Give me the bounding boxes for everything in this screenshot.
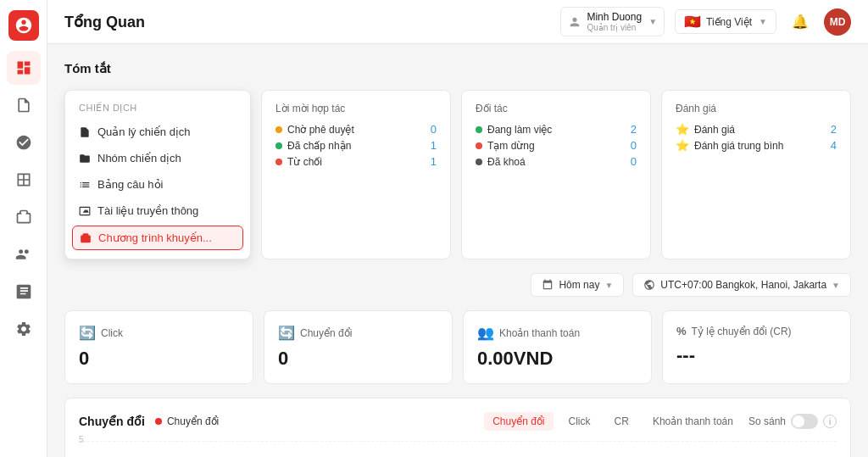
info-icon[interactable]: i	[823, 415, 837, 428]
dropdown-item-label-2: Nhóm chiến dịch	[97, 152, 181, 164]
metric-tt-header: 👥 Khoản thanh toán	[477, 325, 637, 341]
user-menu[interactable]: Minh Duong Quản trị viên ▼	[560, 7, 665, 36]
dot-black-dt	[476, 159, 482, 165]
doi-tac-row-2: Đã khoá 0	[476, 155, 637, 168]
legend-label: Chuyển đổi	[167, 415, 219, 427]
danh-gia-title: Đánh giá	[676, 103, 837, 114]
dropdown-item-label-3: Bảng câu hỏi	[97, 178, 163, 191]
dropdown-item-nhom[interactable]: Nhóm chiến dịch	[65, 145, 250, 171]
sidebar-item-dashboard[interactable]	[7, 51, 41, 85]
metric-cr-header: % Tỷ lệ chuyển đổi (CR)	[676, 325, 837, 337]
notification-bell[interactable]: 🔔	[787, 8, 814, 36]
metric-cd-title: Chuyển đổi	[300, 327, 352, 339]
loi-moi-row-0: Chờ phê duyệt 0	[275, 123, 437, 136]
campaign-dropdown: Chiến dịch Quản lý chiến dịch Nhóm chiến…	[64, 90, 251, 259]
chart-tab-0[interactable]: Chuyển đổi	[484, 412, 553, 431]
metric-click-header: 🔄 Click	[79, 325, 239, 341]
star-icon-0: ⭐	[676, 123, 689, 136]
date-chevron: ▼	[604, 281, 613, 290]
sidebar-item-table[interactable]	[7, 163, 41, 197]
settings-icon	[15, 320, 32, 337]
chart-section: Chuyển đổi Chuyển đổi Chuyển đổi Click C…	[64, 398, 851, 457]
header-right: Minh Duong Quản trị viên ▼ 🇻🇳 Tiếng Việt…	[560, 7, 851, 36]
doi-tac-val-0: 2	[631, 123, 637, 136]
doi-tac-row-0: Đang làm việc 2	[476, 123, 637, 136]
page-title: Tổng Quan	[64, 13, 145, 31]
metric-click-title: Click	[101, 327, 123, 339]
danh-gia-rows: ⭐ Đánh giá 2 ⭐ Đánh giá trung bình 4	[676, 123, 837, 152]
metric-tt-title: Khoản thanh toán	[499, 327, 580, 339]
main-content: Tổng Quan Minh Duong Quản trị viên ▼ 🇻🇳 …	[47, 0, 868, 457]
dropdown-header: Chiến dịch	[65, 98, 250, 119]
sidebar-item-file[interactable]	[7, 275, 41, 309]
chart-grid: 5 4 3	[79, 441, 837, 457]
star-icon-1: ⭐	[676, 139, 689, 152]
loi-moi-row-1: Đã chấp nhận 1	[275, 139, 437, 152]
danh-gia-row-1: ⭐ Đánh giá trung bình 4	[676, 139, 837, 152]
loi-moi-card: Lời mời hợp tác Chờ phê duyệt 0 Đã chấp …	[261, 90, 451, 259]
chart-controls: Chuyển đổi Click CR Khoản thanh toán So …	[484, 412, 837, 431]
dropdown-item-chuong-trinh[interactable]: Chương trình khuyến...	[72, 226, 243, 250]
loi-moi-row-2: Từ chối 1	[275, 155, 437, 168]
chart-tab-3[interactable]: Khoản thanh toán	[644, 412, 742, 431]
metric-click-value: 0	[79, 348, 239, 370]
timezone-filter[interactable]: UTC+07:00 Bangkok, Hanoi, Jakarta ▼	[632, 273, 851, 297]
loi-moi-val-1: 1	[431, 139, 437, 152]
danh-gia-val-1: 4	[831, 139, 837, 152]
metric-cd-header: 🔄 Chuyển đổi	[278, 325, 438, 341]
tt-icon: 👥	[477, 325, 494, 341]
date-filter[interactable]: Hôm nay ▼	[531, 273, 624, 297]
date-filter-label: Hôm nay	[559, 279, 599, 291]
metric-chuyen-doi: 🔄 Chuyển đổi 0	[264, 310, 453, 384]
sidebar-item-users[interactable]	[7, 237, 41, 271]
metric-cr-title: Tỷ lệ chuyển đổi (CR)	[692, 326, 792, 337]
metric-cr-value: ---	[676, 344, 837, 366]
dropdown-item-tai-lieu[interactable]: Tài liệu truyền thông	[65, 198, 250, 224]
grid-line-5: 5	[79, 441, 837, 442]
loi-moi-label-2: Từ chối	[287, 156, 322, 168]
briefcase-icon	[15, 209, 32, 226]
chart-tab-1[interactable]: Click	[560, 412, 599, 431]
sidebar-item-document[interactable]	[7, 88, 41, 122]
folder-icon	[79, 153, 91, 164]
sidebar-item-settings[interactable]	[7, 312, 41, 346]
legend-dot	[155, 418, 162, 425]
filter-row: Hôm nay ▼ UTC+07:00 Bangkok, Hanoi, Jaka…	[64, 273, 851, 297]
dropdown-item-label-4: Tài liệu truyền thông	[97, 204, 198, 217]
loi-moi-rows: Chờ phê duyệt 0 Đã chấp nhận 1	[275, 123, 437, 168]
compare-toggle: So sánh i	[748, 414, 837, 429]
danh-gia-card: Đánh giá ⭐ Đánh giá 2 ⭐ Đánh giá trung b…	[661, 90, 851, 259]
doi-tac-row-1: Tạm dừng 0	[476, 139, 637, 152]
file-icon	[15, 283, 32, 300]
list-icon	[79, 179, 91, 191]
file-menu-icon	[79, 126, 91, 138]
globe-icon	[643, 279, 655, 291]
analytics-icon	[15, 134, 32, 151]
user-avatar-icon	[568, 15, 581, 29]
tz-chevron: ▼	[832, 281, 840, 290]
table-icon	[15, 171, 32, 188]
dot-orange-0	[275, 126, 282, 133]
dot-red-2	[275, 159, 282, 165]
metric-cr: % Tỷ lệ chuyển đổi (CR) ---	[662, 310, 851, 384]
sidebar	[0, 0, 47, 457]
danh-gia-row-0: ⭐ Đánh giá 2	[676, 123, 837, 136]
language-button[interactable]: 🇻🇳 Tiếng Việt ▼	[675, 9, 776, 34]
compare-switch[interactable]	[791, 414, 818, 429]
doi-tac-val-1: 0	[631, 139, 637, 152]
chart-area: 5 4 3	[79, 441, 837, 457]
dropdown-item-quan-ly[interactable]: Quản lý chiến dịch	[65, 119, 250, 145]
dropdown-item-bang[interactable]: Bảng câu hỏi	[65, 171, 250, 198]
loi-moi-title: Lời mời hợp tác	[275, 103, 437, 114]
chart-title: Chuyển đổi	[79, 415, 145, 428]
user-role: Quản trị viên	[587, 23, 642, 32]
loi-moi-label-1: Đã chấp nhận	[287, 140, 351, 152]
chart-tab-2[interactable]: CR	[606, 412, 637, 431]
summary-row: Chiến dịch Quản lý chiến dịch Nhóm chiến…	[64, 90, 851, 259]
danh-gia-val-0: 2	[831, 123, 837, 136]
doi-tac-label-0: Đang làm việc	[487, 124, 552, 136]
sidebar-item-briefcase[interactable]	[7, 200, 41, 234]
user-avatar[interactable]: MD	[824, 8, 851, 36]
app-logo[interactable]	[8, 10, 39, 41]
sidebar-item-analytics[interactable]	[7, 125, 41, 159]
